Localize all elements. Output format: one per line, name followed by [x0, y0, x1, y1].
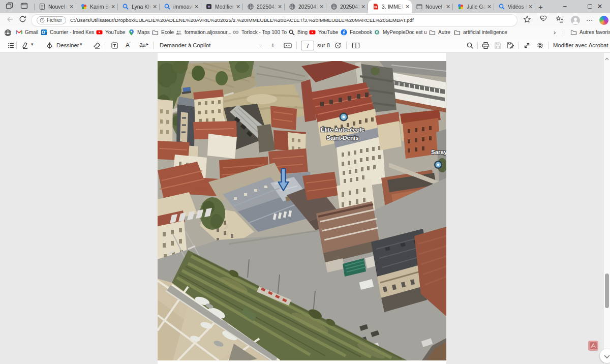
svg-text:Saint-Denis: Saint-Denis — [326, 135, 358, 141]
svg-text:Sarayu: Sarayu — [431, 149, 446, 155]
svg-text:Élite Auto-école: Élite Auto-école — [321, 127, 364, 133]
